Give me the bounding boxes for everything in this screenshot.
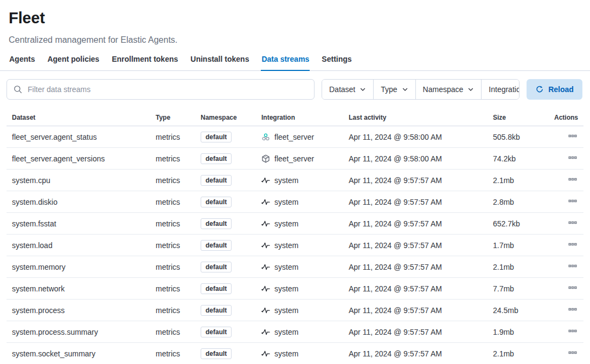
pulse-icon [261,328,270,336]
table-header-row: Dataset Type Namespace Integration Last … [7,109,583,126]
boxes-horizontal-icon [568,348,577,357]
last-activity-cell: Apr 11, 2024 @ 9:57:57 AM [343,213,488,235]
tab-agents[interactable]: Agents [9,54,35,71]
last-activity-cell: Apr 11, 2024 @ 9:57:57 AM [343,191,488,213]
row-actions-button[interactable] [567,261,578,273]
chevron-down-icon [467,86,474,93]
dataset-cell: system.load [7,235,150,256]
boxes-horizontal-icon [568,283,577,292]
row-actions-button[interactable] [567,152,578,165]
row-actions-button[interactable] [567,304,578,316]
namespace-cell: default [195,235,256,256]
row-actions-button[interactable] [567,347,578,360]
tab-data-streams[interactable]: Data streams [261,54,310,71]
integration-cell: system [256,300,343,321]
size-cell: 1.9mb [488,321,536,343]
actions-cell [536,343,583,364]
filter-integration-dropdown[interactable]: Integration [481,80,520,99]
fleet-logo-icon [261,133,270,141]
actions-cell [536,300,583,321]
row-actions-button[interactable] [567,282,578,295]
refresh-icon [535,85,544,94]
boxes-horizontal-icon [568,327,577,335]
type-cell: metrics [150,343,195,364]
integration-name: system [274,218,298,229]
actions-cell [536,256,583,278]
tab-enrollment-tokens[interactable]: Enrollment tokens [111,54,178,71]
row-actions-button[interactable] [567,326,578,338]
last-activity-cell: Apr 11, 2024 @ 9:58:00 AM [343,148,488,170]
column-header-namespace[interactable]: Namespace [195,109,256,126]
actions-cell [536,148,583,170]
row-actions-button[interactable] [567,174,578,186]
boxes-horizontal-icon [568,218,577,227]
size-cell: 2.1mb [488,170,536,191]
filter-type-dropdown[interactable]: Type [373,80,415,99]
last-activity-cell: Apr 11, 2024 @ 9:57:57 AM [343,256,488,278]
filter-dataset-dropdown[interactable]: Dataset [322,80,373,99]
size-cell: 2.1mb [488,256,536,278]
dataset-cell: fleet_server.agent_status [7,126,150,148]
integration-cell: system [256,235,343,256]
filter-namespace-dropdown[interactable]: Namespace [415,80,482,99]
tab-uninstall-tokens[interactable]: Uninstall tokens [190,54,249,71]
page-title: Fleet [9,9,581,27]
search-input[interactable] [27,84,307,94]
row-actions-button[interactable] [567,131,578,143]
boxes-horizontal-icon [568,197,577,205]
namespace-badge: default [201,240,232,251]
last-activity-cell: Apr 11, 2024 @ 9:57:57 AM [343,278,488,300]
namespace-badge: default [201,327,232,337]
dataset-cell: system.network [7,278,150,300]
search-field[interactable] [7,79,315,100]
dataset-cell: system.socket_summary [7,343,150,364]
boxes-horizontal-icon [568,132,577,140]
pulse-icon [261,241,270,250]
namespace-cell: default [195,256,256,278]
last-activity-cell: Apr 11, 2024 @ 9:58:00 AM [343,126,488,148]
dataset-cell: system.process [7,300,150,321]
table-row: system.network metrics default system Ap… [7,278,583,300]
search-icon [14,85,22,94]
tab-agent-policies[interactable]: Agent policies [47,54,100,71]
column-header-type[interactable]: Type [150,109,195,126]
table-row: system.memory metrics default system Apr… [7,256,583,278]
reload-button[interactable]: Reload [527,79,582,100]
actions-cell [536,191,583,213]
namespace-badge: default [201,262,232,272]
pulse-icon [261,176,270,185]
size-cell: 2.8mb [488,191,536,213]
namespace-badge: default [201,305,232,316]
row-actions-button[interactable] [567,239,578,251]
boxes-horizontal-icon [568,262,577,270]
tab-bar: Agents Agent policies Enrollment tokens … [0,54,590,71]
pulse-icon [261,219,270,228]
integration-name: fleet_server [274,132,314,142]
last-activity-cell: Apr 11, 2024 @ 9:57:57 AM [343,300,488,321]
column-header-last-activity[interactable]: Last activity [343,109,488,126]
type-cell: metrics [150,213,195,235]
column-header-dataset[interactable]: Dataset [7,109,150,126]
type-cell: metrics [150,321,195,343]
table-row: system.socket_summary metrics default sy… [7,343,583,364]
actions-cell [536,126,583,148]
type-cell: metrics [150,235,195,256]
integration-cell: fleet_server [256,148,343,170]
integration-cell: fleet_server [256,126,343,148]
integration-cell: system [256,256,343,278]
filter-group: Dataset Type Namespace Integration [322,79,520,100]
namespace-cell: default [195,300,256,321]
row-actions-button[interactable] [567,217,578,230]
filter-integration-label: Integration [489,85,520,94]
table-row: system.diskio metrics default system Apr… [7,191,583,213]
namespace-badge: default [201,153,232,164]
column-header-integration[interactable]: Integration [256,109,343,126]
dataset-cell: system.fsstat [7,213,150,235]
namespace-cell: default [195,321,256,343]
tab-settings[interactable]: Settings [321,54,352,71]
row-actions-button[interactable] [567,196,578,208]
column-header-size[interactable]: Size [488,109,536,126]
table-row: system.process metrics default system Ap… [7,300,583,321]
integration-name: fleet_server [274,153,314,164]
integration-name: system [274,305,298,316]
